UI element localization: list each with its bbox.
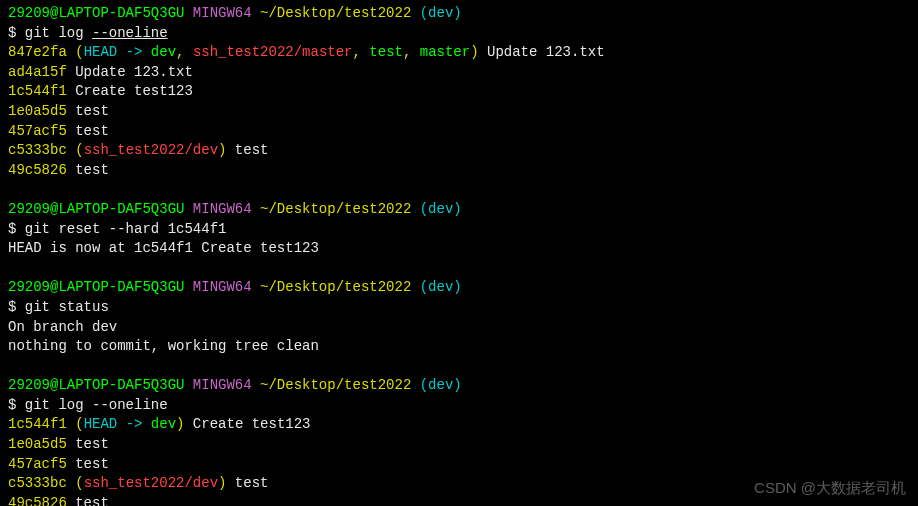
command-line: $ git log --oneline (8, 396, 910, 416)
output-line: nothing to commit, working tree clean (8, 337, 910, 357)
log-entry: 457acf5 test (8, 122, 910, 142)
prompt-line: 29209@LAPTOP-DAF5Q3GU MINGW64 ~/Desktop/… (8, 4, 910, 24)
watermark: CSDN @大数据老司机 (754, 477, 906, 498)
log-entry: 49c5826 test (8, 161, 910, 181)
command-line: $ git log --oneline (8, 24, 910, 44)
command-line: $ git status (8, 298, 910, 318)
command-line: $ git reset --hard 1c544f1 (8, 220, 910, 240)
blank-line (8, 357, 910, 377)
log-entry: 1e0a5d5 test (8, 435, 910, 455)
log-entry: 1c544f1 Create test123 (8, 82, 910, 102)
log-entry: 847e2fa (HEAD -> dev, ssh_test2022/maste… (8, 43, 910, 63)
output-line: On branch dev (8, 318, 910, 338)
blank-line (8, 180, 910, 200)
log-entry: c5333bc (ssh_test2022/dev) test (8, 141, 910, 161)
prompt-line: 29209@LAPTOP-DAF5Q3GU MINGW64 ~/Desktop/… (8, 278, 910, 298)
log-entry: 1c544f1 (HEAD -> dev) Create test123 (8, 415, 910, 435)
log-entry: 1e0a5d5 test (8, 102, 910, 122)
blank-line (8, 259, 910, 279)
prompt-line: 29209@LAPTOP-DAF5Q3GU MINGW64 ~/Desktop/… (8, 200, 910, 220)
output-line: HEAD is now at 1c544f1 Create test123 (8, 239, 910, 259)
log-entry: 457acf5 test (8, 455, 910, 475)
prompt-line: 29209@LAPTOP-DAF5Q3GU MINGW64 ~/Desktop/… (8, 376, 910, 396)
log-entry: ad4a15f Update 123.txt (8, 63, 910, 83)
terminal-output[interactable]: 29209@LAPTOP-DAF5Q3GU MINGW64 ~/Desktop/… (8, 4, 910, 506)
